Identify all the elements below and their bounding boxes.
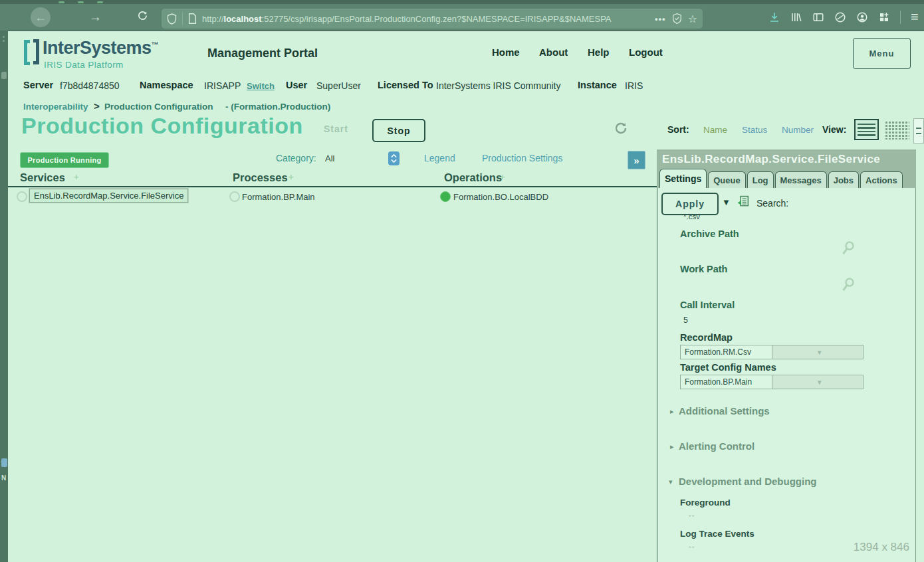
- menu-hamburger-icon[interactable]: ≡: [911, 9, 919, 25]
- switch-namespace-link[interactable]: Switch: [247, 81, 275, 91]
- downloads-icon[interactable]: [768, 11, 780, 23]
- legend-link[interactable]: Legend: [424, 153, 455, 163]
- add-process-icon[interactable]: +: [289, 172, 294, 182]
- url-text[interactable]: http://localhost:52775/csp/irisapp/EnsPo…: [202, 14, 655, 24]
- account-icon[interactable]: [856, 11, 868, 23]
- stop-button[interactable]: Stop: [372, 119, 425, 142]
- view-list-icon[interactable]: [854, 119, 879, 140]
- expand-panel-button[interactable]: »: [628, 151, 645, 169]
- brand-name[interactable]: InterSystems™: [43, 38, 158, 58]
- target-config-value: Formation.BP.Main: [681, 377, 772, 387]
- recordmap-select-arrow-icon[interactable]: ▼: [772, 345, 864, 359]
- target-config-select-arrow-icon[interactable]: ▼: [772, 375, 864, 389]
- operations-column-header: Operations: [444, 171, 502, 184]
- back-button[interactable]: ←: [31, 7, 51, 27]
- resolution-overlay: 1394 x 846: [784, 541, 909, 554]
- sort-by-number[interactable]: Number: [782, 125, 814, 135]
- process-status-indicator: [229, 191, 240, 202]
- screen: ← → ⌂ http://localhost:52775/csp/irisapp…: [0, 0, 924, 562]
- start-button[interactable]: Start: [324, 124, 348, 134]
- sidebar-toggle-icon[interactable]: [812, 11, 824, 23]
- back-icon: ←: [35, 11, 47, 25]
- shield-permissions-icon[interactable]: [167, 13, 177, 25]
- tab-log[interactable]: Log: [747, 171, 774, 188]
- strip-badge: [1, 72, 7, 79]
- recordmap-value: Formation.RM.Csv: [681, 347, 772, 357]
- extensions-puzzle-icon[interactable]: [878, 11, 890, 23]
- user-label: User: [286, 80, 307, 90]
- section-additional-settings[interactable]: Additional Settings: [679, 405, 770, 417]
- add-service-icon[interactable]: +: [74, 172, 79, 182]
- refresh-indicator-icon[interactable]: [613, 120, 629, 136]
- category-select-stepper-icon[interactable]: [388, 151, 400, 165]
- section-development-debugging[interactable]: Development and Debugging: [679, 476, 817, 487]
- server-label: Server: [23, 80, 53, 90]
- portal-title: Management Portal: [207, 47, 318, 60]
- tab-settings[interactable]: Settings: [659, 169, 707, 188]
- process-item[interactable]: Formation.BP.Main: [242, 192, 315, 202]
- production-settings-link[interactable]: Production Settings: [482, 153, 562, 163]
- url-overflow-icon[interactable]: •••: [655, 14, 666, 24]
- nav-help-link[interactable]: Help: [588, 47, 610, 58]
- recordmap-select[interactable]: Formation.RM.Csv ▼: [680, 345, 864, 359]
- browser-chrome: ← → ⌂ http://localhost:52775/csp/irisapp…: [0, 0, 924, 31]
- shield-check-icon[interactable]: [672, 13, 682, 24]
- target-config-select[interactable]: Formation.BP.Main ▼: [680, 375, 864, 389]
- work-path-browse-icon[interactable]: [840, 277, 856, 294]
- nav-home-link[interactable]: Home: [492, 47, 520, 58]
- intersystems-logo-icon[interactable]: [23, 37, 41, 68]
- breadcrumb-root[interactable]: Interoperability: [23, 102, 88, 112]
- nav-logout-link[interactable]: Logout: [629, 47, 663, 58]
- forward-button[interactable]: →: [89, 11, 102, 23]
- tab-jobs[interactable]: Jobs: [828, 171, 859, 188]
- column-header-rule: [8, 186, 657, 187]
- view-grid-icon[interactable]: [885, 121, 909, 140]
- add-operation-icon[interactable]: +: [500, 172, 505, 182]
- log-trace-label: Log Trace Events: [680, 529, 754, 539]
- copy-settings-icon[interactable]: [736, 195, 750, 209]
- section-alerting-control[interactable]: Alerting Control: [679, 440, 754, 452]
- target-config-label: Target Config Names: [680, 362, 776, 373]
- call-interval-value[interactable]: 5: [683, 316, 688, 325]
- strip-dot: [3, 36, 5, 38]
- library-icon[interactable]: [790, 11, 802, 23]
- bookmark-star-icon[interactable]: ☆: [688, 13, 697, 25]
- tab-messages[interactable]: Messages: [775, 171, 827, 188]
- additional-settings-arrow-icon[interactable]: ▸: [670, 407, 674, 416]
- foreground-label: Foreground: [680, 498, 731, 508]
- breadcrumb-current[interactable]: Production Configuration: [104, 102, 213, 112]
- reload-button[interactable]: [137, 10, 148, 21]
- search-label: Search:: [756, 198, 788, 209]
- archive-path-browse-icon[interactable]: [840, 240, 856, 258]
- operation-item[interactable]: Formation.BO.LocalBDD: [453, 192, 548, 202]
- licensed-value: InterSystems IRIS Community: [436, 80, 561, 91]
- forward-icon: →: [89, 10, 102, 24]
- sort-by-status[interactable]: Status: [742, 125, 767, 135]
- url-divider: [182, 13, 183, 25]
- alerting-control-arrow-icon[interactable]: ▸: [670, 442, 674, 451]
- service-item-selected[interactable]: EnsLib.RecordMap.Service.FileService: [29, 189, 188, 203]
- menu-button[interactable]: Menu: [853, 38, 911, 69]
- category-label: Category:: [276, 153, 316, 163]
- nav-about-link[interactable]: About: [539, 47, 568, 58]
- tab-queue[interactable]: Queue: [708, 171, 745, 188]
- production-status-badge: Production Running: [20, 152, 109, 168]
- panel-title: EnsLib.RecordMap.Service.FileService: [657, 149, 916, 169]
- page-info-icon[interactable]: [188, 13, 197, 24]
- strip-dot: [3, 40, 5, 42]
- apply-dropdown-icon[interactable]: ▼: [722, 197, 731, 207]
- window-control-minimize-icon[interactable]: [78, 1, 84, 3]
- tab-actions[interactable]: Actions: [860, 171, 903, 188]
- category-value[interactable]: All: [325, 153, 334, 163]
- sort-by-name[interactable]: Name: [703, 125, 727, 135]
- url-bar[interactable]: http://localhost:52775/csp/irisapp/EnsPo…: [162, 9, 703, 29]
- right-edge-strip: [916, 188, 924, 562]
- window-control-close-icon[interactable]: [58, 1, 64, 3]
- window-control-zoom-icon[interactable]: [97, 1, 103, 3]
- foreground-value: --: [689, 511, 695, 519]
- apply-button[interactable]: Apply: [661, 193, 719, 215]
- extension-circle-icon[interactable]: [834, 11, 846, 23]
- panel-splitter-handle[interactable]: [913, 118, 924, 143]
- left-edge-strip: N: [0, 31, 8, 562]
- development-arrow-icon[interactable]: ▾: [669, 478, 673, 486]
